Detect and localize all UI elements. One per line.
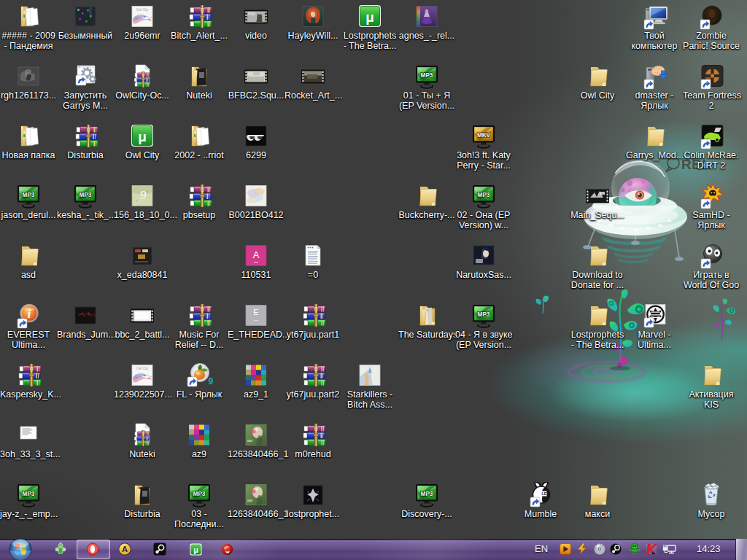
svg-text:A: A — [253, 249, 260, 260]
svg-text:MP3: MP3 — [80, 192, 92, 198]
svg-text:Owl City: Owl City — [136, 8, 149, 12]
svg-text:Owl City: Owl City — [136, 367, 149, 370]
svg-text:μ: μ — [138, 129, 147, 144]
svg-text:A: A — [122, 545, 128, 553]
svg-text:E: E — [253, 308, 258, 316]
svg-text:9: 9 — [209, 376, 214, 386]
svg-text:MP3: MP3 — [421, 491, 433, 497]
svg-text:MKV: MKV — [477, 132, 491, 139]
svg-text:MP3: MP3 — [478, 192, 490, 198]
svg-text:μ: μ — [193, 545, 198, 554]
svg-text:MP3: MP3 — [23, 491, 35, 497]
svg-text:MP3: MP3 — [421, 72, 433, 79]
svg-text:9: 9 — [140, 188, 147, 202]
svg-text:MP3: MP3 — [478, 311, 490, 318]
svg-text:MP3: MP3 — [23, 192, 35, 198]
svg-text:μ: μ — [365, 9, 374, 25]
svg-text:XXIV: XXIV — [88, 313, 96, 317]
svg-text:LE: LE — [541, 491, 546, 496]
svg-text:MP3: MP3 — [193, 491, 206, 497]
svg-text:i: i — [28, 308, 31, 320]
